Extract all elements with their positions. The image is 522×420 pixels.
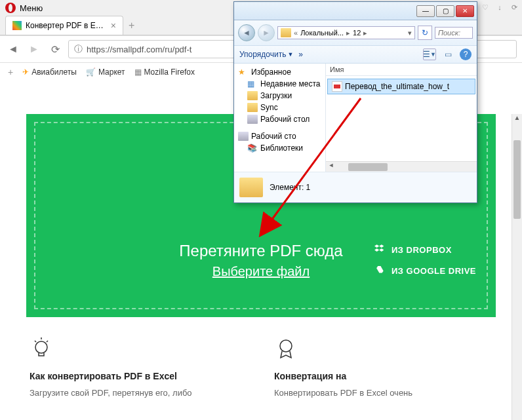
reload-button[interactable]: ⟳	[47, 41, 63, 57]
folder-icon	[239, 178, 263, 197]
nav-back-button[interactable]: ◄	[238, 24, 255, 41]
feature1-desc: Загрузите свой PDF, перетянув его, либо	[30, 387, 248, 400]
breadcrumb[interactable]: « Локальный... ▸ 12 ▸ ▾	[277, 26, 415, 39]
window-titlebar[interactable]: — ▢ ✕	[234, 2, 477, 20]
tree-sync[interactable]: Sync	[235, 102, 324, 113]
tab-favicon	[12, 21, 22, 30]
forward-button[interactable]: ►	[26, 41, 42, 57]
tab-title: Конвертер PDF в Excel | S	[26, 21, 107, 30]
tree-favorites[interactable]: ★Избранное	[235, 66, 324, 78]
hscroll-thumb[interactable]	[348, 163, 388, 171]
file-name: Перевод_the_ultimate_how_t	[345, 82, 449, 91]
view-button[interactable]: ☰▼	[423, 48, 436, 60]
gdrive-icon	[374, 265, 386, 277]
svg-point-0	[35, 341, 47, 353]
pdf-icon	[332, 81, 342, 92]
info-icon: ⓘ	[74, 43, 83, 55]
help-button[interactable]: ?	[460, 48, 472, 60]
back-button[interactable]: ◄	[5, 41, 21, 57]
tree-downloads[interactable]: Загрузки	[235, 90, 324, 102]
maximize-button[interactable]: ▢	[436, 5, 454, 17]
download-icon[interactable]: ↓	[493, 1, 506, 13]
refresh-button[interactable]: ↻	[418, 26, 432, 40]
tree-recent[interactable]: ▦Недавние места	[235, 78, 324, 90]
status-bar: Элемент: 1	[234, 172, 477, 202]
nav-forward-button[interactable]: ►	[258, 24, 275, 41]
search-input[interactable]	[435, 27, 473, 39]
url-text: https://smallpdf.com/ru/pdf-t	[87, 45, 191, 54]
choose-file-link[interactable]: Выберите файл	[212, 264, 310, 279]
add-bookmark-button[interactable]: +	[8, 67, 13, 77]
scroll-thumb[interactable]	[513, 140, 521, 219]
minimize-button[interactable]: —	[416, 5, 435, 17]
badge-icon	[274, 337, 298, 360]
svg-point-1	[280, 340, 292, 352]
file-item[interactable]: Перевод_the_ultimate_how_t	[327, 79, 475, 94]
close-icon[interactable]: ×	[111, 20, 116, 31]
dropbox-button[interactable]: ИЗ DROPBOX	[374, 244, 476, 256]
file-explorer-window: — ▢ ✕ ◄ ► « Локальный... ▸ 12 ▸ ▾ ↻ Упор…	[233, 1, 477, 203]
feature2-desc: Конвертировать PDF в Excel очень	[274, 387, 492, 400]
bookmark-aviabilety[interactable]: ✈Авиабилеты	[22, 67, 77, 77]
new-tab-button[interactable]: +	[123, 17, 140, 34]
horizontal-scrollbar[interactable]: ◄	[326, 161, 477, 172]
feature2-title: Конвертация на	[274, 371, 492, 381]
file-list[interactable]: Имя Перевод_the_ultimate_how_t ◄	[326, 64, 477, 172]
tree-desktop[interactable]: Рабочий стол	[235, 113, 324, 125]
feature1-title: Как конвертировать PDF в Excel	[30, 371, 248, 381]
lightbulb-icon	[30, 337, 53, 360]
sync-icon[interactable]: ⟳	[508, 1, 521, 13]
tree-libraries[interactable]: 📚Библиотеки	[235, 142, 324, 154]
folder-tree[interactable]: ★Избранное ▦Недавние места Загрузки Sync…	[234, 64, 326, 172]
folder-icon	[281, 28, 291, 37]
dropbox-icon	[374, 244, 386, 256]
vertical-scrollbar[interactable]: ▲ ▼	[512, 114, 522, 420]
preview-pane-button[interactable]: ▭	[441, 48, 454, 60]
item-count: Элемент: 1	[270, 183, 310, 192]
organize-button[interactable]: Упорядочить ▼	[239, 50, 293, 59]
browser-tab[interactable]: Конвертер PDF в Excel | S ×	[5, 16, 123, 35]
share-button[interactable]: »	[298, 50, 303, 59]
column-header-name[interactable]: Имя	[326, 64, 477, 76]
close-button[interactable]: ✕	[456, 5, 474, 17]
bookmark-firefox[interactable]: ▦Mozilla Firefox	[134, 67, 195, 77]
menu-label[interactable]: Меню	[20, 3, 43, 13]
gdrive-button[interactable]: ИЗ GOOGLE DRIVE	[374, 265, 476, 277]
opera-icon	[5, 3, 16, 13]
heart-icon[interactable]: ♡	[479, 1, 492, 13]
tree-desktop2[interactable]: Рабочий сто	[235, 130, 324, 142]
bookmark-market[interactable]: 🛒Маркет	[86, 67, 125, 77]
scroll-up-arrow[interactable]: ▲	[512, 114, 522, 124]
